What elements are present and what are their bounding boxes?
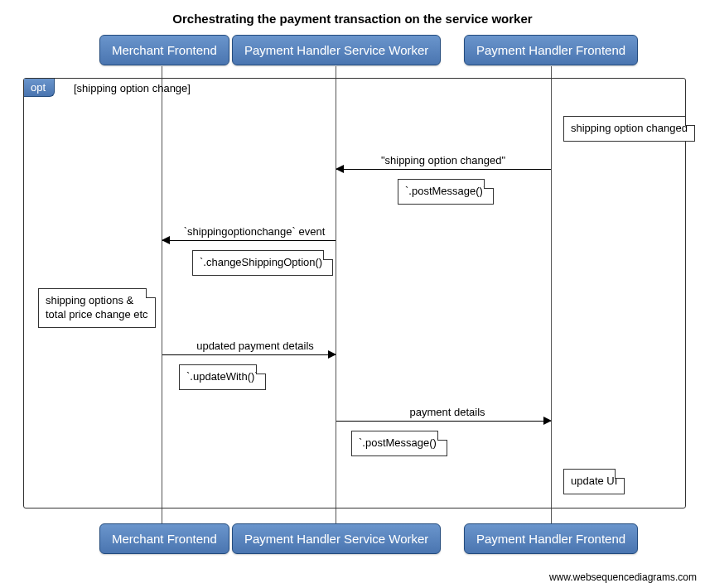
opt-label: opt (24, 79, 55, 97)
participant-sw: Payment Handler Service Worker (232, 35, 441, 65)
note-postmessage-1: `.postMessage()` (398, 179, 494, 205)
message-shipping-option-changed: "shipping option changed" (369, 154, 518, 166)
participant-frontend: Payment Handler Frontend (464, 35, 638, 65)
note-text: `.postMessage()` (359, 436, 440, 449)
participant-merchant-bottom: Merchant Frontend (99, 523, 229, 554)
note-shipping-options-price: shipping options & total price change et… (38, 288, 156, 328)
arrow-m3 (162, 354, 336, 355)
note-shipping-option-changed: shipping option changed (563, 116, 695, 142)
note-text: update UI (571, 475, 617, 487)
diagram-title: Orchestrating the payment transaction on… (0, 0, 705, 32)
message-updated-payment-details: updated payment details (189, 340, 321, 352)
message-payment-details: payment details (398, 406, 497, 418)
participant-sw-bottom: Payment Handler Service Worker (232, 523, 441, 554)
note-text: `.changeShippingOption()` (200, 256, 326, 268)
arrow-m2 (162, 240, 336, 241)
opt-guard: [shipping option change] (74, 82, 191, 94)
arrow-m1 (336, 169, 551, 170)
message-shippingoptionchange-event: `shippingoptionchange` event (176, 225, 333, 238)
note-text: `.updateWith()` (186, 370, 258, 383)
note-postmessage-2: `.postMessage()` (351, 431, 447, 456)
note-text: `.postMessage()` (405, 185, 486, 197)
arrow-m4 (336, 421, 551, 422)
note-update-ui: update UI (563, 469, 625, 494)
participant-frontend-bottom: Payment Handler Frontend (464, 523, 638, 554)
note-updatewith: `.updateWith()` (179, 364, 266, 390)
note-text-line1: shipping options & (46, 294, 148, 308)
note-changeshippingoption: `.changeShippingOption()` (192, 250, 333, 276)
participant-merchant: Merchant Frontend (99, 35, 229, 65)
note-text-line2: total price change etc (46, 308, 148, 322)
note-text: shipping option changed (571, 122, 688, 134)
attribution: www.websequencediagrams.com (549, 571, 697, 583)
